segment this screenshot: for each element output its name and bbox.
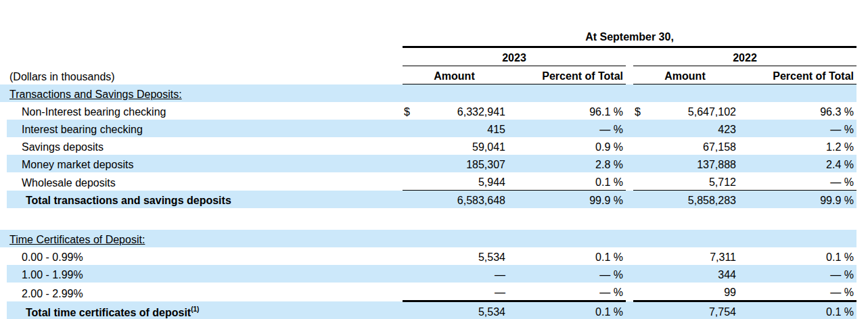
- amount-cell-2023: 6,332,941: [417, 102, 506, 120]
- right-margin: [856, 102, 868, 120]
- units-note: (Dollars in thousands): [0, 66, 403, 84]
- table-row: Interest bearing checking 415 — % 423 — …: [0, 120, 868, 137]
- column-gap: [626, 265, 633, 283]
- percent-cell-2023: — %: [506, 283, 626, 301]
- percent-cell-2023: — %: [506, 120, 626, 137]
- percent-cell-2023: — %: [506, 265, 626, 283]
- percent-cell-2023: 0.1 %: [506, 301, 626, 319]
- column-gap: [626, 155, 633, 172]
- dollar-sign-cell: [633, 172, 648, 191]
- right-margin: [856, 191, 868, 209]
- row-indent: [0, 191, 7, 209]
- right-margin: [856, 137, 868, 155]
- period-header: At September 30,: [403, 19, 856, 47]
- right-margin: [856, 120, 868, 137]
- amount-cell-2023: 5,534: [417, 301, 506, 319]
- row-indent: [0, 120, 7, 137]
- dollar-sign-cell: [403, 155, 417, 172]
- amount-cell-2023: 5,534: [417, 247, 506, 265]
- amount-cell-2022: 5,647,102: [648, 102, 737, 120]
- column-gap: [626, 84, 633, 103]
- row-label: Interest bearing checking: [7, 120, 403, 137]
- amount-cell-2022: 5,712: [648, 172, 737, 191]
- empty-cell: [506, 230, 626, 247]
- row-label: 2.00 - 2.99%: [7, 283, 403, 301]
- row-indent: [0, 137, 7, 155]
- total-label: Total time certificates of deposit(1): [7, 301, 403, 319]
- percent-cell-2023: 0.9 %: [506, 137, 626, 155]
- dollar-sign-cell: [403, 137, 417, 155]
- deposits-table: At September 30, 2023 2022 (Dollars in t…: [0, 19, 868, 319]
- amount-header-2023: Amount: [403, 66, 506, 84]
- row-indent: [0, 301, 7, 319]
- empty-cell: [633, 84, 648, 103]
- year-header-2023: 2023: [403, 47, 626, 66]
- percent-cell-2022: 0.1 %: [737, 247, 856, 265]
- row-label: Non-Interest bearing checking: [7, 102, 403, 120]
- percent-cell-2023: 0.1 %: [506, 172, 626, 191]
- empty-cell: [648, 84, 737, 103]
- table-row-subheaders: (Dollars in thousands) Amount Percent of…: [0, 66, 868, 84]
- table-row: 2.00 - 2.99% — — % 99 — %: [0, 283, 868, 301]
- row-indent: [0, 155, 7, 172]
- row-indent: [0, 247, 7, 265]
- row-label: Savings deposits: [7, 137, 403, 155]
- row-label: 1.00 - 1.99%: [7, 265, 403, 283]
- empty-cell: [737, 84, 856, 103]
- dollar-sign-cell: $: [403, 102, 417, 120]
- empty-cell: [403, 84, 417, 103]
- amount-cell-2022: 344: [648, 265, 737, 283]
- right-margin: [856, 230, 868, 247]
- empty-cell: [0, 19, 403, 47]
- amount-cell-2022: 5,858,283: [648, 191, 737, 209]
- table-row-years: 2023 2022: [0, 47, 868, 66]
- footnote-marker: (1): [191, 305, 199, 313]
- right-margin: [856, 47, 868, 66]
- empty-cell: [0, 208, 868, 230]
- right-margin: [856, 19, 868, 47]
- table-row-period-header: At September 30,: [0, 19, 868, 47]
- percent-cell-2022: 0.1 %: [737, 301, 856, 319]
- row-indent: [0, 230, 7, 247]
- dollar-sign-cell: [633, 283, 648, 301]
- section1-title-text: Transactions and Savings Deposits:: [9, 89, 182, 100]
- percent-cell-2023: 99.9 %: [506, 191, 626, 209]
- amount-header-2022: Amount: [633, 66, 737, 84]
- amount-cell-2023: 6,583,648: [417, 191, 506, 209]
- total-label-text: Total time certificates of deposit: [26, 307, 191, 318]
- right-margin: [856, 301, 868, 319]
- row-indent: [0, 265, 7, 283]
- column-gap: [626, 137, 633, 155]
- column-gap: [626, 230, 633, 247]
- table-row: Non-Interest bearing checking $ 6,332,94…: [0, 102, 868, 120]
- dollar-sign-cell: [403, 247, 417, 265]
- percent-header-2022: Percent of Total: [737, 66, 856, 84]
- right-margin: [856, 283, 868, 301]
- column-gap: [626, 172, 633, 191]
- amount-cell-2022: 137,888: [648, 155, 737, 172]
- right-margin: [856, 155, 868, 172]
- amount-cell-2023: —: [417, 283, 506, 301]
- dollar-sign-cell: $: [633, 102, 648, 120]
- dollar-sign-cell: [403, 301, 417, 319]
- column-gap: [626, 102, 633, 120]
- empty-cell: [506, 84, 626, 103]
- spacer-row: [0, 208, 868, 230]
- column-gap: [626, 120, 633, 137]
- section2-title-text: Time Certificates of Deposit:: [9, 234, 145, 245]
- total-label: Total transactions and savings deposits: [7, 191, 403, 209]
- percent-cell-2022: 99.9 %: [737, 191, 856, 209]
- row-indent: [0, 102, 7, 120]
- amount-cell-2023: 185,307: [417, 155, 506, 172]
- percent-cell-2022: 2.4 %: [737, 155, 856, 172]
- row-indent: [0, 283, 7, 301]
- percent-cell-2023: 96.1 %: [506, 102, 626, 120]
- amount-cell-2022: 67,158: [648, 137, 737, 155]
- column-gap: [626, 191, 633, 209]
- dollar-sign-cell: [403, 172, 417, 191]
- dollar-sign-cell: [633, 137, 648, 155]
- column-gap: [626, 283, 633, 301]
- dollar-sign-cell: [633, 247, 648, 265]
- right-margin: [856, 247, 868, 265]
- table-row: Wholesale deposits 5,944 0.1 % 5,712 — %: [0, 172, 868, 191]
